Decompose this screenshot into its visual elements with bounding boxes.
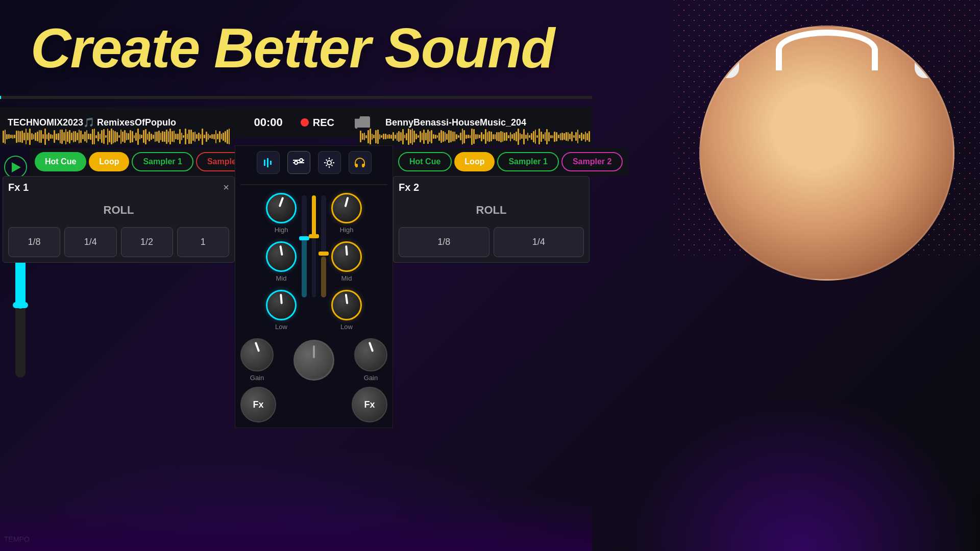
fx-button-right[interactable]: Fx <box>352 387 387 422</box>
tab-loop-left[interactable]: Loop <box>89 152 129 171</box>
fx-title-left: Fx 1 <box>8 182 29 193</box>
mixer-icon-music[interactable] <box>257 151 280 174</box>
fx-title-right: Fx 2 <box>399 182 419 193</box>
low-label-left: Low <box>275 323 287 331</box>
fx-panel-header-right: Fx 2 <box>399 182 584 193</box>
gain-left-indicator <box>254 342 260 352</box>
mid-knob-left[interactable] <box>266 241 297 272</box>
play-button[interactable] <box>4 156 27 179</box>
waveform-bars-right: for(let i=0;i<120;i++){ document.write('… <box>357 128 592 145</box>
mixer-icon-settings[interactable] <box>318 151 341 174</box>
beat-btn-1-8-right[interactable]: 1/8 <box>399 227 489 257</box>
gain-knob-left[interactable] <box>240 338 274 371</box>
mixer-icon-eq[interactable] <box>287 151 310 174</box>
gain-label-right: Gain <box>364 374 378 382</box>
master-volume-knob[interactable] <box>293 340 334 381</box>
low-knob-left-group: Low <box>266 290 297 331</box>
mid-label-right: Mid <box>341 274 352 282</box>
svg-rect-2 <box>270 161 272 165</box>
low-label-right: Low <box>340 323 353 331</box>
tab-hot-cue-right[interactable]: Hot Cue <box>398 152 452 171</box>
high-knob-right-group: High <box>331 193 362 234</box>
gain-knob-right-group: Gain <box>354 338 387 382</box>
low-knob-left-indicator <box>280 294 283 304</box>
low-knob-right-indicator <box>345 294 349 304</box>
fx-panel-left: Fx 1 × ROLL 1/8 1/4 1/2 1 <box>3 176 235 263</box>
tab-sampler2-right[interactable]: Sampler 2 <box>561 152 623 171</box>
beat-btn-1-4-left[interactable]: 1/4 <box>64 227 116 257</box>
left-channel-fader[interactable] <box>302 195 307 297</box>
center-fader-fill <box>312 195 316 236</box>
mixer-main-section: High Mid Low <box>266 193 362 331</box>
tab-hot-cue-left[interactable]: Hot Cue <box>35 152 86 171</box>
mid-label-left: Mid <box>276 274 287 282</box>
rec-button[interactable]: REC <box>293 114 342 131</box>
dress-area <box>674 204 980 551</box>
progress-bar-container[interactable] <box>0 96 592 99</box>
fx-beat-btns-left: 1/8 1/4 1/2 1 <box>8 227 229 257</box>
left-fader-container <box>302 195 307 297</box>
svg-point-9 <box>327 161 331 165</box>
left-fader-handle[interactable] <box>299 236 309 240</box>
left-fader-fill <box>302 236 307 297</box>
gain-knob-left-group: Gain <box>240 338 274 382</box>
high-label-right: High <box>340 226 354 234</box>
mixer-icon-headphones[interactable] <box>349 151 372 174</box>
mid-knob-right[interactable] <box>331 241 362 272</box>
tab-sampler1-right[interactable]: Sampler 1 <box>497 152 558 171</box>
fx-close-left[interactable]: × <box>223 182 229 193</box>
gain-right-indicator <box>368 342 374 352</box>
center-mixer: High Mid Low <box>235 145 393 428</box>
center-volume-fader[interactable] <box>312 195 316 297</box>
tab-sampler1-left[interactable]: Sampler 1 <box>132 152 193 171</box>
fx-beat-btns-right: 1/8 1/4 <box>399 227 584 257</box>
track-name-right: BennyBenassi-HouseMusic_204 <box>385 117 584 128</box>
gain-label-left: Gain <box>250 374 264 382</box>
fx-panel-header-left: Fx 1 × <box>8 182 229 193</box>
mid-knob-right-indicator <box>345 245 348 256</box>
bottom-purple <box>0 500 592 551</box>
beat-btn-1-left[interactable]: 1 <box>177 227 229 257</box>
mid-knob-left-indicator <box>279 245 283 256</box>
track-time: 00:00 <box>254 116 282 129</box>
beat-btn-1-8-left[interactable]: 1/8 <box>8 227 60 257</box>
left-channel-knobs: High Mid Low <box>266 193 297 331</box>
folder-icon[interactable] <box>355 116 370 129</box>
right-channel-knobs: High Mid Low <box>331 193 362 331</box>
low-knob-left[interactable] <box>266 290 297 320</box>
gain-knob-right[interactable] <box>354 338 387 371</box>
center-fader-handle[interactable] <box>309 234 319 238</box>
waveform-right: for(let i=0;i<120;i++){ document.write('… <box>357 128 592 145</box>
progress-bar-fill <box>0 96 1 99</box>
mixer-divider <box>240 184 387 185</box>
high-knob-left[interactable] <box>266 193 297 223</box>
high-knob-right-indicator <box>344 197 349 207</box>
waveform-left: // Generate waveform bars inline for(let… <box>0 128 232 145</box>
mixer-icons <box>257 151 372 174</box>
beat-btn-1-2-left[interactable]: 1/2 <box>121 227 173 257</box>
headphone-left <box>708 37 739 78</box>
tempo-handle[interactable] <box>13 302 28 308</box>
fx-roll-label-right: ROLL <box>399 204 584 217</box>
low-knob-right[interactable] <box>331 290 362 320</box>
fx-panel-right: Fx 2 ROLL 1/8 1/4 <box>393 176 590 263</box>
high-knob-right[interactable] <box>331 193 362 223</box>
fx-roll-label-left: ROLL <box>8 204 229 217</box>
right-channel-fader[interactable] <box>321 195 326 297</box>
mid-knob-left-group: Mid <box>266 241 297 282</box>
tab-loop-right[interactable]: Loop <box>454 152 495 171</box>
center-crossfader-section <box>312 195 316 297</box>
beat-btn-1-4-right[interactable]: 1/4 <box>494 227 584 257</box>
low-knob-right-group: Low <box>331 290 362 331</box>
master-knob-indicator <box>313 345 315 358</box>
headphone-right <box>915 37 945 78</box>
gain-row: Gain Gain <box>240 338 387 382</box>
svg-rect-0 <box>264 160 265 166</box>
high-knob-left-indicator <box>279 197 284 207</box>
high-label-left: High <box>275 226 288 234</box>
svg-point-6 <box>300 159 303 162</box>
right-fader-handle[interactable] <box>318 252 329 256</box>
fx-button-left[interactable]: Fx <box>240 387 276 422</box>
headline: Create Better Sound <box>31 15 554 80</box>
fx-buttons-row: Fx Fx <box>240 387 387 422</box>
